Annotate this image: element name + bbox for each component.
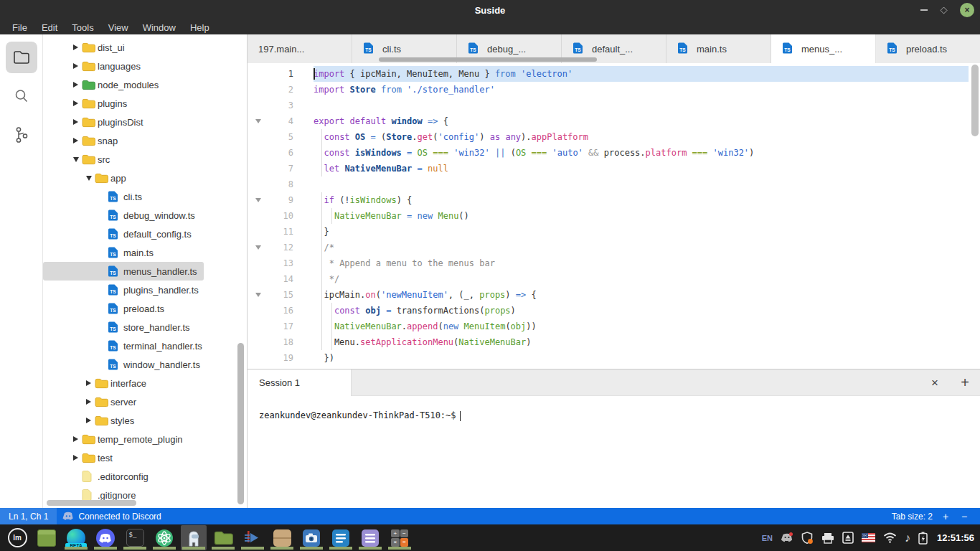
menu-item-file[interactable]: File <box>6 22 34 33</box>
taskbar-atom-icon[interactable] <box>151 525 177 550</box>
taskbar-folder-green-icon[interactable] <box>210 525 236 550</box>
tab-preload-ts[interactable]: TSpreload.ts <box>876 34 980 63</box>
code-line-3[interactable]: 3 <box>248 98 980 113</box>
maximize-icon[interactable] <box>941 7 947 14</box>
minimize-icon[interactable] <box>920 9 928 11</box>
tree-horizontal-scrollbar[interactable] <box>47 500 136 506</box>
search-icon[interactable] <box>6 80 37 112</box>
tree-item-preload-ts[interactable]: TSpreload.ts <box>43 299 247 318</box>
taskbar-media-arrow-icon[interactable] <box>240 525 265 550</box>
taskbar-doc-purple-icon[interactable] <box>357 525 383 550</box>
taskbar-screenshot-icon[interactable] <box>298 525 324 550</box>
clock[interactable]: 12:51:56 <box>937 532 974 543</box>
tree-item-src[interactable]: src <box>43 150 247 169</box>
tree-item-temp-remote-plugin[interactable]: temp_remote_plugin <box>43 430 247 448</box>
tree-vertical-scrollbar[interactable] <box>237 343 244 504</box>
tree-item-terminal-handler-ts[interactable]: TSterminal_handler.ts <box>43 336 247 355</box>
chevron-right-icon[interactable] <box>70 100 82 106</box>
fold-arrow-icon[interactable] <box>248 198 269 202</box>
tab-menus[interactable]: TSmenus_... <box>771 34 876 63</box>
code-line-13[interactable]: 13 * Append a menu to the menus bar <box>248 255 980 271</box>
taskbar-mint-menu-icon[interactable]: lm <box>4 525 30 550</box>
tree-item-app[interactable]: app <box>43 169 247 187</box>
tab-197-main[interactable]: 197.main... <box>248 34 352 63</box>
code-line-5[interactable]: 5 const OS = (Store.get('config') as any… <box>248 129 980 145</box>
code-line-12[interactable]: 12 /* <box>248 240 980 255</box>
terminal-session-tab[interactable]: Session 1 <box>248 369 352 396</box>
menu-item-edit[interactable]: Edit <box>35 22 64 33</box>
git-branch-icon[interactable] <box>6 119 37 151</box>
chevron-right-icon[interactable] <box>70 82 82 88</box>
terminal-close-button[interactable]: × <box>926 369 943 396</box>
editor-vertical-scrollbar[interactable] <box>971 65 979 136</box>
code-line-1[interactable]: 1import { ipcMain, MenuItem, Menu } from… <box>248 66 980 82</box>
chevron-right-icon[interactable] <box>70 119 82 125</box>
tree-item-snap[interactable]: snap <box>43 131 247 150</box>
taskbar-files-icon[interactable] <box>34 525 60 550</box>
tree-item-server[interactable]: server <box>43 392 247 411</box>
tree-item-styles[interactable]: styles <box>43 411 247 430</box>
chevron-right-icon[interactable] <box>70 455 82 461</box>
code-line-2[interactable]: 2import Store from './store_handler' <box>248 82 980 98</box>
code-line-8[interactable]: 8 <box>248 176 980 192</box>
code-line-15[interactable]: 15 ipcMain.on('newMenuItem', (_, props) … <box>248 287 980 303</box>
code-line-4[interactable]: 4export default window => { <box>248 113 980 129</box>
tree-item-window-handler-ts[interactable]: TSwindow_handler.ts <box>43 355 247 374</box>
taskbar-discord-icon[interactable] <box>93 525 118 550</box>
tree-item-plugins[interactable]: plugins <box>43 94 247 113</box>
terminal-output[interactable]: zeankundev@zeankundev-ThinkPad-T510:~$ <box>248 396 980 508</box>
tray-music-icon[interactable]: ♪ <box>905 532 910 545</box>
code-line-17[interactable]: 17 NativeMenuBar.append(new MenuItem(obj… <box>248 319 980 334</box>
tree-item-pluginsdist[interactable]: pluginsDist <box>43 113 247 131</box>
chevron-down-icon[interactable] <box>70 157 82 162</box>
code-line-7[interactable]: 7 let NativeMenuBar = null <box>248 161 980 176</box>
tray-printer-icon[interactable] <box>821 532 834 544</box>
tabbar-horizontal-scrollbar[interactable] <box>379 57 597 62</box>
cursor-position[interactable]: Ln 1, Ch 1 <box>0 508 57 524</box>
tray-wifi-icon[interactable] <box>883 532 897 543</box>
tree-item-main-ts[interactable]: TSmain.ts <box>43 243 247 262</box>
code-line-14[interactable]: 14 */ <box>248 271 980 287</box>
code-line-19[interactable]: 19 }) <box>248 350 980 366</box>
explorer-icon[interactable] <box>6 42 37 73</box>
close-icon[interactable]: × <box>960 3 974 17</box>
tree-item-store-handler-ts[interactable]: TSstore_handler.ts <box>43 318 247 336</box>
tray-discord-tray-icon[interactable] <box>781 532 793 543</box>
taskbar-calculator-icon[interactable]: +−×= <box>387 525 413 550</box>
chevron-right-icon[interactable] <box>70 436 82 442</box>
code-line-18[interactable]: 18 Menu.setApplicationMenu(NativeMenuBar… <box>248 334 980 350</box>
chevron-down-icon[interactable] <box>83 176 95 181</box>
menu-item-tools[interactable]: Tools <box>65 22 100 33</box>
zoom-in-button[interactable]: + <box>940 511 951 522</box>
tree-item-languages[interactable]: languages <box>43 57 247 75</box>
tree-item-interface[interactable]: interface <box>43 374 247 392</box>
keyboard-layout-indicator[interactable]: EN <box>762 534 773 542</box>
tray-us-flag-icon[interactable] <box>862 533 875 542</box>
tree-item-test[interactable]: test <box>43 448 247 467</box>
discord-status[interactable]: Connected to Discord <box>57 512 166 522</box>
chevron-right-icon[interactable] <box>70 44 82 50</box>
taskbar-terminal-icon[interactable]: $_ <box>122 525 148 550</box>
taskbar-suside-icon[interactable] <box>181 525 207 550</box>
taskbar-edge-beta-icon[interactable]: BETA <box>63 525 89 550</box>
fold-arrow-icon[interactable] <box>248 119 269 123</box>
taskbar-box-icon[interactable] <box>269 525 295 550</box>
chevron-right-icon[interactable] <box>83 418 95 423</box>
chevron-right-icon[interactable] <box>70 138 82 143</box>
tray-shield-icon[interactable] <box>801 532 814 545</box>
code-line-10[interactable]: 10 NativeMenuBar = new Menu() <box>248 208 980 224</box>
menu-item-window[interactable]: Window <box>136 22 182 33</box>
menu-item-help[interactable]: Help <box>184 22 216 33</box>
fold-arrow-icon[interactable] <box>248 293 269 297</box>
tab-main-ts[interactable]: TSmain.ts <box>666 34 771 63</box>
terminal-add-button[interactable]: + <box>956 369 974 396</box>
tray-battery-icon[interactable] <box>918 532 928 545</box>
code-line-16[interactable]: 16 const obj = transformActions(props) <box>248 303 980 319</box>
code-line-9[interactable]: 9 if (!isWindows) { <box>248 192 980 208</box>
tree-item-plugins-handler-ts[interactable]: TSplugins_handler.ts <box>43 281 247 299</box>
code-editor[interactable]: 1import { ipcMain, MenuItem, Menu } from… <box>248 63 980 369</box>
tree-item-node-modules[interactable]: node_modules <box>43 75 247 94</box>
code-line-11[interactable]: 11 } <box>248 224 980 240</box>
tree-item-default-config-ts[interactable]: TSdefault_config.ts <box>43 225 247 243</box>
zoom-out-button[interactable]: − <box>958 511 970 522</box>
